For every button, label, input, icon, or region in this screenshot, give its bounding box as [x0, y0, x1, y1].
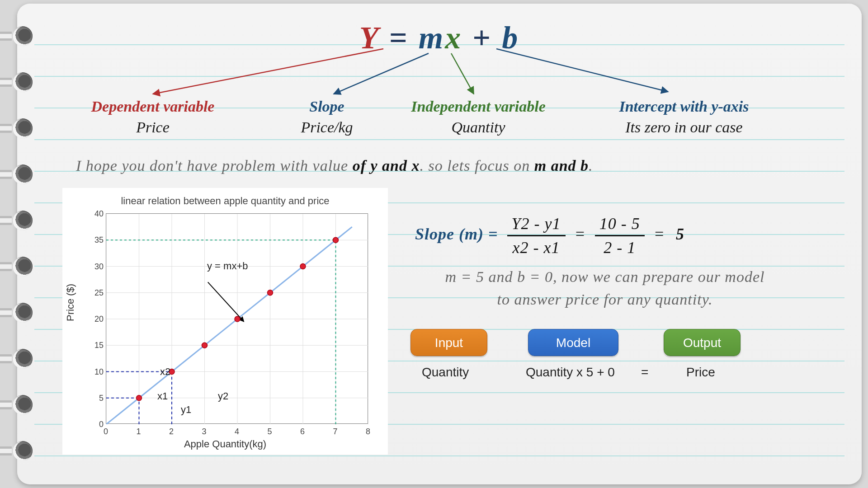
svg-point-34 — [268, 290, 273, 296]
pill-model: Model — [528, 329, 618, 356]
model-text-2: to answer price for any quantity. — [397, 291, 813, 308]
ann-y1: y1 — [181, 404, 191, 416]
svg-point-32 — [202, 343, 208, 348]
pill-model-sub: Quantity x 5 + 0 — [526, 365, 615, 380]
y-axis-label: Price ($) — [65, 284, 76, 321]
def-slope: Slope Price/kg — [270, 96, 383, 138]
slope-formula: Slope (m) = Y2 - y1x2 - x1 = 10 - 52 - 1… — [415, 214, 684, 257]
intro-sentence: I hope you don't have problem with value… — [76, 157, 799, 174]
ann-x2: x2 — [160, 366, 170, 378]
chart-title: linear relation between apple quantity a… — [62, 195, 388, 207]
pill-input-sub: Quantity — [422, 365, 469, 380]
ann-x1: x1 — [157, 390, 168, 402]
eq-m: m — [419, 20, 445, 55]
eq-b: b — [502, 20, 519, 55]
chart-svg — [106, 214, 368, 424]
notepad-page: Y = mx + b Dependent variable Price Slop… — [17, 4, 862, 484]
svg-line-2 — [451, 53, 474, 94]
svg-point-36 — [333, 237, 339, 243]
x-axis-label: Apple Quantity(kg) — [184, 438, 266, 450]
svg-line-1 — [334, 53, 429, 94]
pill-eq: = — [641, 365, 648, 380]
line-equation-label: y = mx+b — [207, 260, 248, 272]
svg-point-30 — [137, 395, 142, 401]
pill-output-sub: Price — [686, 365, 715, 380]
svg-point-35 — [300, 264, 306, 269]
def-independent: Independent variable Quantity — [392, 96, 564, 138]
def-intercept: Intercept with y-axis Its zero in our ca… — [582, 96, 786, 138]
eq-y: Y — [359, 20, 379, 55]
pill-output: Output — [664, 329, 741, 356]
chart-plot-area: 0123456780510152025303540 — [106, 213, 368, 424]
linear-chart: linear relation between apple quantity a… — [62, 188, 388, 455]
svg-point-33 — [235, 316, 240, 322]
model-text-1: m = 5 and b = 0, now we can prepare our … — [397, 268, 813, 286]
svg-line-29 — [208, 282, 244, 321]
main-equation: Y = mx + b — [17, 20, 862, 56]
pill-input: Input — [410, 329, 487, 356]
svg-line-28 — [106, 227, 352, 424]
ann-y2: y2 — [218, 390, 228, 402]
eq-x: x — [445, 20, 462, 55]
def-dependent: Dependent variable Price — [67, 96, 239, 138]
